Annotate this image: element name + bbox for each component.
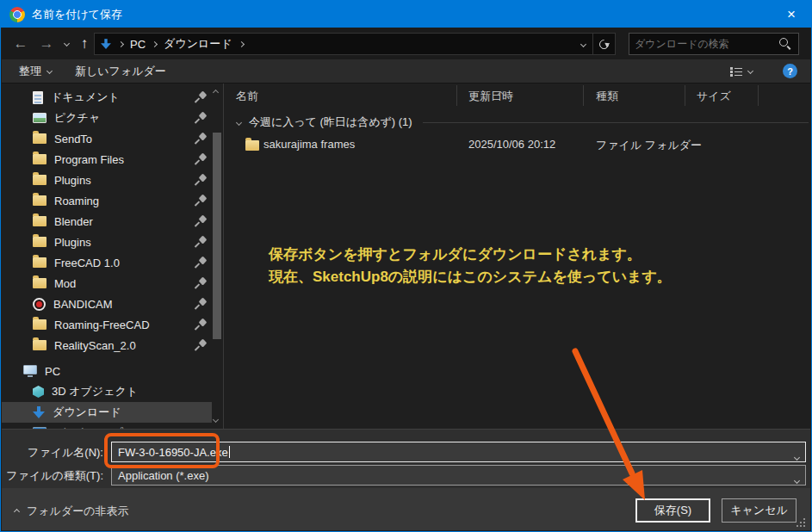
sidebar-item-plugins-2[interactable]: Plugins: [2, 232, 223, 252]
pin-icon: [195, 154, 206, 164]
navigation-bar: ← → ↑ PC ダウンロード: [2, 28, 810, 59]
navigation-pane: ドキュメント ピクチャ SendTo Program Files Plugins…: [2, 84, 224, 429]
sidebar-item-desktop[interactable]: デスクトップ: [2, 423, 223, 429]
sidebar-item-pictures[interactable]: ピクチャ: [2, 108, 223, 128]
column-divider[interactable]: [456, 85, 457, 106]
sidebar-item-mod[interactable]: Mod: [2, 273, 223, 294]
save-button-label: 保存(S): [654, 503, 691, 518]
sidebar-item-pc[interactable]: PC: [2, 361, 223, 381]
pin-icon: [195, 237, 206, 247]
cancel-button[interactable]: キャンセル: [722, 498, 797, 523]
details-view-icon: [730, 66, 742, 77]
filename-input[interactable]: FW-3-0-16950-JA.exe: [111, 442, 806, 462]
breadcrumb-pc[interactable]: PC: [130, 38, 146, 51]
chevron-down-icon: [747, 68, 753, 74]
column-divider[interactable]: [685, 85, 685, 106]
sidebar-item-roaming-freecad[interactable]: Roaming-FreeCAD: [2, 314, 223, 335]
sidebar-item-program-files[interactable]: Program Files: [2, 149, 223, 170]
chevron-down-icon[interactable]: [795, 473, 799, 486]
folder-icon: [33, 319, 46, 330]
chevron-up-icon: [14, 508, 20, 514]
pin-icon: [195, 299, 206, 309]
sidebar-item-realityscan[interactable]: RealityScan_2.0: [2, 335, 223, 356]
change-view-button[interactable]: [730, 59, 753, 83]
folder-icon: [245, 140, 259, 151]
sidebar-item-blender[interactable]: Blender: [2, 211, 223, 232]
chevron-down-icon[interactable]: [795, 449, 799, 462]
column-header-modified[interactable]: 更新日時: [468, 89, 513, 104]
sidebar-item-3d-objects[interactable]: 3D オブジェクト: [2, 381, 223, 402]
cancel-button-label: キャンセル: [730, 503, 788, 518]
file-name-panel: ファイル名(N): FW-3-0-16950-JA.exe ファイルの種類(T)…: [2, 429, 810, 488]
help-button[interactable]: [783, 59, 797, 83]
command-toolbar: 整理 新しいフォルダー: [2, 59, 810, 84]
refresh-icon: [598, 37, 611, 51]
address-dropdown-button[interactable]: [573, 34, 592, 54]
folder-icon: [33, 154, 46, 164]
breadcrumb-downloads[interactable]: ダウンロード: [164, 36, 232, 52]
sidebar-item-label: Mod: [54, 277, 76, 290]
save-button[interactable]: 保存(S): [635, 498, 710, 523]
pin-icon: [195, 113, 206, 123]
window-title: 名前を付けて保存: [32, 7, 122, 22]
breadcrumb: PC ダウンロード: [95, 34, 573, 54]
pc-icon: [23, 365, 37, 374]
group-collapse-icon[interactable]: [236, 119, 242, 125]
scroll-up-icon[interactable]: [214, 90, 218, 95]
sidebar-item-label: FreeCAD 1.0: [54, 257, 120, 269]
forward-button[interactable]: →: [36, 28, 57, 59]
sidebar-item-sendto[interactable]: SendTo: [2, 128, 223, 149]
sidebar-item-label: ドキュメント: [51, 90, 120, 105]
scroll-down-icon[interactable]: [214, 418, 218, 422]
sidebar-item-plugins[interactable]: Plugins: [2, 170, 223, 190]
folder-icon: [33, 195, 46, 206]
sidebar-item-label: Roaming: [54, 195, 99, 207]
sidebar-item-documents[interactable]: ドキュメント: [2, 87, 223, 108]
refresh-button[interactable]: [592, 34, 615, 54]
pin-icon: [195, 133, 206, 144]
sidebar-item-label: Plugins: [54, 174, 91, 187]
pin-icon: [195, 340, 206, 350]
organize-button[interactable]: 整理: [19, 59, 52, 83]
filename-label: ファイル名(N):: [28, 445, 103, 461]
recent-locations-chevron-icon[interactable]: [60, 28, 72, 59]
scrollbar-thumb[interactable]: [213, 133, 221, 339]
filetype-label: ファイルの種類(T):: [6, 468, 103, 484]
breadcrumb-separator-icon: [239, 40, 245, 46]
pin-icon: [195, 92, 206, 102]
column-divider[interactable]: [758, 85, 759, 106]
group-header[interactable]: 今週に入って (昨日は含めず) (1): [225, 113, 809, 132]
download-folder-icon: [101, 39, 111, 50]
sidebar-item-label: ダウンロード: [53, 405, 121, 420]
address-bar[interactable]: PC ダウンロード: [94, 33, 616, 55]
pin-icon: [195, 257, 206, 268]
title-bar: 名前を付けて保存 ×: [1, 1, 811, 28]
hide-folders-label: フォルダーの非表示: [27, 504, 129, 519]
hide-folders-button[interactable]: フォルダーの非表示: [15, 504, 129, 519]
sidebar-scrollbar[interactable]: [211, 84, 223, 429]
search-icon[interactable]: [779, 38, 791, 50]
column-header-name[interactable]: 名前: [236, 89, 258, 104]
sidebar-item-freecad[interactable]: FreeCAD 1.0: [2, 252, 223, 273]
new-folder-button[interactable]: 新しいフォルダー: [75, 59, 166, 83]
sidebar-item-bandicam[interactable]: BANDICAM: [2, 294, 223, 314]
sidebar-item-downloads[interactable]: ダウンロード: [2, 402, 212, 423]
sidebar-item-label: PC: [45, 365, 60, 378]
sidebar-item-roaming[interactable]: Roaming: [2, 190, 223, 211]
column-header-size[interactable]: サイズ: [697, 89, 731, 104]
back-button[interactable]: ←: [10, 28, 31, 59]
resize-grip[interactable]: [803, 525, 805, 527]
up-button[interactable]: ↑: [74, 28, 95, 59]
sort-ascending-icon: [499, 86, 503, 99]
sidebar-item-label: SendTo: [54, 133, 92, 145]
search-input[interactable]: [629, 38, 779, 50]
annotation-line-2: 現在、SketchUp8の説明にはこのシステムを使っています。: [269, 266, 672, 288]
3d-cube-icon: [33, 386, 44, 398]
sidebar-item-label: BANDICAM: [53, 298, 113, 311]
column-header-type[interactable]: 種類: [596, 89, 618, 104]
filetype-value: Application (*.exe): [118, 469, 209, 482]
filetype-select[interactable]: Application (*.exe): [111, 465, 806, 486]
close-button[interactable]: ×: [772, 1, 811, 28]
column-divider[interactable]: [583, 85, 584, 106]
file-row[interactable]: sakurajima frames 2025/10/06 20:12 ファイル …: [225, 134, 812, 155]
